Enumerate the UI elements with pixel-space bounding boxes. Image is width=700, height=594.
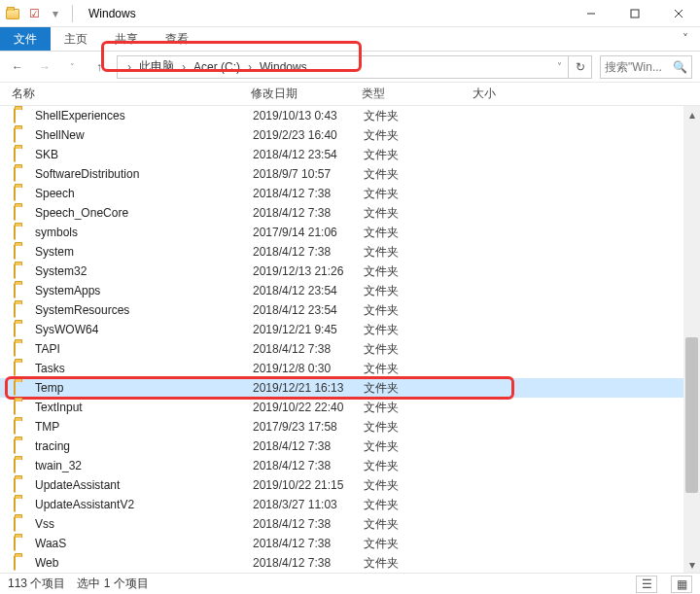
file-name: ShellExperiences [35,109,253,122]
close-button[interactable] [656,0,700,27]
file-list[interactable]: ShellExperiences2019/10/13 0:43文件夹ShellN… [0,106,683,573]
folder-icon [14,419,29,435]
refresh-button[interactable]: ↻ [569,55,592,79]
breadcrumb-folder[interactable]: Windows [256,60,311,74]
selection-marker [513,378,528,398]
file-row[interactable]: SysWOW642019/12/21 9:45文件夹 [0,320,683,339]
file-type: 文件夹 [364,108,474,124]
file-row[interactable]: twain_322018/4/12 7:38文件夹 [0,456,683,475]
view-details-button[interactable]: ☰ [636,576,657,593]
file-name: SoftwareDistribution [35,167,253,181]
file-date: 2018/3/27 11:03 [253,498,364,511]
file-row[interactable]: ShellExperiences2019/10/13 0:43文件夹 [0,106,683,125]
file-date: 2019/10/22 22:40 [253,401,364,414]
back-button[interactable]: ← [8,57,27,77]
tab-file[interactable]: 文件 [0,27,51,51]
col-date[interactable]: 修改日期 [251,86,362,102]
tab-view[interactable]: 查看 [152,27,202,51]
chevron-right-icon: › [244,60,256,74]
forward-button[interactable]: → [35,57,54,77]
search-box[interactable]: 🔍 [600,55,692,79]
search-input[interactable] [605,60,663,74]
file-row[interactable]: SystemApps2018/4/12 23:54文件夹 [0,281,683,300]
col-name[interactable]: 名称 [12,86,251,102]
scroll-down-icon[interactable]: ▾ [683,556,700,573]
address-dropdown-icon[interactable]: ˅ [557,61,562,72]
file-row[interactable]: Temp2019/12/21 16:13文件夹 [0,378,683,398]
file-row[interactable]: Speech_OneCore2018/4/12 7:38文件夹 [0,203,683,223]
file-type: 文件夹 [364,302,474,319]
file-row[interactable]: System322019/12/13 21:26文件夹 [0,262,683,281]
up-button[interactable]: ↑ [89,57,109,77]
file-type: 文件夹 [364,225,474,241]
breadcrumb-this-pc[interactable]: 此电脑 [135,58,178,75]
file-name: System32 [35,264,253,278]
file-date: 2018/4/12 7:38 [253,517,364,531]
file-row[interactable]: UpdateAssistant2019/10/22 21:15文件夹 [0,475,683,495]
file-row[interactable]: Web2018/4/12 7:38文件夹 [0,553,683,573]
properties-icon[interactable]: ☑ [25,5,43,22]
file-row[interactable]: UpdateAssistantV22018/3/27 11:03文件夹 [0,495,683,514]
col-type[interactable]: 类型 [362,86,472,102]
folder-icon [14,497,29,512]
address-bar[interactable]: › 此电脑 › Acer (C:) › Windows ˅ [117,55,569,79]
folder-icon [14,225,29,240]
file-name: TMP [35,420,253,434]
file-row[interactable]: System2018/4/12 7:38文件夹 [0,242,683,262]
file-row[interactable]: TMP2017/9/23 17:58文件夹 [0,417,683,437]
file-row[interactable]: SystemResources2018/4/12 23:54文件夹 [0,300,683,320]
folder-icon [14,322,29,337]
file-name: SystemResources [35,303,253,317]
file-type: 文件夹 [364,244,474,261]
view-large-icons-button[interactable]: ▦ [671,576,692,593]
search-icon[interactable]: 🔍 [673,60,687,74]
file-row[interactable]: tracing2018/4/12 7:38文件夹 [0,437,683,456]
file-date: 2018/4/12 23:54 [253,284,364,297]
tab-share[interactable]: 共享 [101,27,152,51]
file-row[interactable]: symbols2017/9/14 21:06文件夹 [0,223,683,242]
file-date: 2018/4/12 23:54 [253,303,364,317]
file-row[interactable]: Vss2018/4/12 7:38文件夹 [0,514,683,534]
col-size[interactable]: 大小 [472,86,550,102]
folder-icon [14,127,29,143]
folder-app-icon [4,5,21,22]
file-name: Speech_OneCore [35,206,253,220]
file-type: 文件夹 [364,361,474,377]
folder-icon [14,458,29,473]
folder-icon [14,283,29,298]
scroll-thumb[interactable] [685,337,698,493]
file-date: 2018/4/12 7:38 [253,342,364,356]
file-name: symbols [35,226,253,239]
tab-home[interactable]: 主页 [51,27,101,51]
folder-icon [14,263,29,279]
breadcrumb-drive[interactable]: Acer (C:) [190,60,244,74]
ribbon-expand-icon[interactable]: ˅ [671,27,700,51]
folder-icon [14,516,29,532]
file-date: 2019/2/23 16:40 [253,128,364,142]
recent-locations-button[interactable]: ˅ [62,57,82,77]
title-bar: ☑ ▾ Windows [0,0,700,27]
file-row[interactable]: SKB2018/4/12 23:54文件夹 [0,145,683,164]
file-type: 文件夹 [364,322,474,338]
file-row[interactable]: TAPI2018/4/12 7:38文件夹 [0,339,683,359]
folder-icon [14,536,29,551]
file-row[interactable]: SoftwareDistribution2018/9/7 10:57文件夹 [0,164,683,184]
file-row[interactable]: TextInput2019/10/22 22:40文件夹 [0,398,683,417]
file-date: 2019/10/22 21:15 [253,478,364,492]
file-row[interactable]: Speech2018/4/12 7:38文件夹 [0,184,683,203]
chevron-right-icon: › [178,60,190,74]
maximize-button[interactable] [612,0,656,27]
file-row[interactable]: Tasks2019/12/8 0:30文件夹 [0,359,683,378]
file-name: SysWOW64 [35,323,253,336]
file-type: 文件夹 [364,458,474,474]
status-selected-count: 选中 1 个项目 [77,576,148,592]
scroll-up-icon[interactable]: ▴ [683,106,700,122]
vertical-scrollbar[interactable]: ▴ ▾ [683,106,700,573]
folder-icon [14,302,29,318]
file-row[interactable]: ShellNew2019/2/23 16:40文件夹 [0,125,683,145]
file-row[interactable]: WaaS2018/4/12 7:38文件夹 [0,534,683,553]
folder-icon [14,380,29,396]
minimize-button[interactable] [569,0,612,27]
qat-overflow-icon[interactable]: ▾ [47,5,64,22]
quick-access-toolbar: ☑ ▾ [0,5,81,22]
